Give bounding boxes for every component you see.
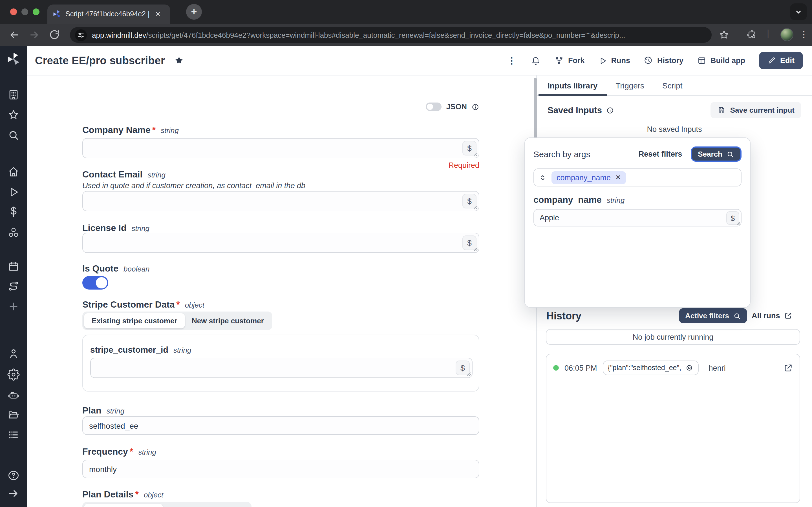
back-button[interactable] <box>8 29 20 41</box>
job-args-chip[interactable]: {"plan":"selfhosted_ee",... <box>603 360 699 375</box>
info-icon <box>606 106 614 114</box>
contact-email-description: Used in quote and if customer creation, … <box>82 181 305 190</box>
remove-chip-icon[interactable]: ✕ <box>615 173 621 181</box>
window-zoom-button[interactable] <box>33 8 40 15</box>
sidebar-resources-cubes-icon[interactable] <box>7 226 20 239</box>
plan-details-active-segment[interactable] <box>84 504 163 507</box>
resize-handle-icon[interactable] <box>466 372 471 376</box>
company-name-input[interactable]: $ <box>82 138 479 158</box>
plan-details-label-row: Plan Details* object <box>82 490 163 500</box>
sidebar-help-icon[interactable] <box>7 469 20 482</box>
profile-avatar[interactable] <box>780 28 794 41</box>
field-label: License Id <box>82 223 126 233</box>
json-info-icon[interactable] <box>471 103 479 111</box>
resize-handle-icon[interactable] <box>473 152 477 157</box>
history-card: 06:05 PM {"plan":"selfhosted_ee",... hen… <box>546 354 800 503</box>
more-options-kebab-icon[interactable]: ⋮ <box>506 55 517 66</box>
field-type: string <box>161 126 179 135</box>
sidebar-workspace-building-icon[interactable] <box>7 89 20 101</box>
stripe-customer-id-input[interactable]: $ <box>90 358 472 378</box>
sidebar-search-icon[interactable] <box>7 129 20 142</box>
resize-handle-icon[interactable] <box>736 221 741 225</box>
bookmark-star-icon[interactable] <box>718 29 730 41</box>
active-filters-button[interactable]: Active filters <box>679 308 747 323</box>
browser-tab[interactable]: Script 476f1bdce46b94e2 | W ✕ <box>47 4 170 24</box>
resize-handle-icon[interactable] <box>473 247 477 251</box>
page-title: Create EE/pro subscriber <box>35 54 165 67</box>
sidebar-logs-list-icon[interactable] <box>7 429 20 441</box>
new-tab-button[interactable]: + <box>186 4 202 20</box>
job-row[interactable]: 06:05 PM {"plan":"selfhosted_ee",... hen… <box>546 354 800 381</box>
plan-label-row: Plan string <box>82 406 124 416</box>
windmill-logo[interactable] <box>6 52 21 66</box>
job-args-preview: {"plan":"selfhosted_ee",... <box>608 364 681 372</box>
runs-label: Runs <box>611 56 630 65</box>
reload-button[interactable] <box>49 29 61 41</box>
json-toggle[interactable] <box>426 103 442 111</box>
license-id-input[interactable]: $ <box>82 233 479 253</box>
favorite-star-icon[interactable] <box>174 55 185 66</box>
sidebar-workers-robot-icon[interactable] <box>7 389 20 401</box>
sidebar-create-plus-icon[interactable] <box>7 300 20 313</box>
window-minimize-button[interactable] <box>21 8 28 15</box>
fork-button[interactable]: Fork <box>555 56 585 65</box>
sidebar-folders-icon[interactable] <box>7 408 20 421</box>
tab-triggers[interactable]: Triggers <box>606 75 653 96</box>
save-current-input-button[interactable]: Save current input <box>711 102 801 118</box>
plan-input[interactable]: selfhosted_ee <box>82 416 479 435</box>
tab-search-button[interactable] <box>790 3 807 20</box>
sidebar-schedules-calendar-icon[interactable] <box>7 260 20 273</box>
sidebar-flows-route-icon[interactable] <box>7 280 20 292</box>
sidebar-runs-play-icon[interactable] <box>7 186 20 198</box>
sort-chevrons-icon <box>539 173 547 182</box>
sidebar-home-icon[interactable] <box>7 166 20 178</box>
sidebar-favorites-star-icon[interactable] <box>7 109 20 121</box>
tab-script[interactable]: Script <box>653 75 692 96</box>
required-error-text: Required <box>448 161 479 170</box>
arg-value-input[interactable]: Apple $ <box>534 209 742 226</box>
arg-field-label: company_name <box>534 195 602 205</box>
tab-close-icon[interactable]: ✕ <box>155 10 161 18</box>
stripe-customer-data-label-row: Stripe Customer Data* object <box>82 300 204 310</box>
tab-new-stripe-customer[interactable]: New stripe customer <box>185 313 271 328</box>
field-type: string <box>132 224 150 233</box>
contact-email-input[interactable]: $ <box>82 191 479 211</box>
all-runs-link[interactable]: All runs <box>752 312 793 320</box>
is-quote-toggle[interactable] <box>82 276 108 290</box>
build-app-button[interactable]: Build app <box>697 56 745 65</box>
search-button[interactable]: Search <box>691 147 742 162</box>
history-label: History <box>657 56 683 65</box>
open-job-external-link[interactable] <box>783 363 793 373</box>
reset-filters-button[interactable]: Reset filters <box>639 150 682 158</box>
runs-button[interactable]: Runs <box>598 56 630 65</box>
fork-icon <box>555 56 564 65</box>
sidebar-user-icon[interactable] <box>7 348 20 360</box>
extensions-puzzle-icon[interactable] <box>747 29 758 41</box>
selected-arg-chip[interactable]: company_name ✕ <box>552 171 626 184</box>
args-key-select[interactable]: company_name ✕ <box>534 168 742 186</box>
history-button[interactable]: History <box>644 56 683 65</box>
tab-existing-stripe-customer[interactable]: Existing stripe customer <box>84 313 185 328</box>
plan-details-segmented-control[interactable] <box>82 502 252 507</box>
tab-title: Script 476f1bdce46b94e2 | W <box>65 10 151 18</box>
eye-icon[interactable] <box>685 363 694 372</box>
frequency-input[interactable]: monthly <box>82 460 479 478</box>
field-type: boolean <box>123 265 150 273</box>
sidebar-settings-gear-icon[interactable] <box>7 369 20 381</box>
url-bar[interactable]: app.windmill.dev/scripts/get/476f1bdce46… <box>70 27 712 43</box>
job-user: henri <box>709 363 726 372</box>
browser-menu-kebab-icon[interactable]: ⋮ <box>800 29 806 41</box>
site-settings-icon[interactable] <box>75 29 87 41</box>
tab-inputs-library[interactable]: Inputs library <box>539 75 606 96</box>
sidebar-collapse-arrow-icon[interactable] <box>7 487 20 500</box>
sidebar-billing-dollar-icon[interactable] <box>7 206 20 218</box>
forward-button[interactable] <box>28 29 41 41</box>
required-mark: * <box>130 447 133 457</box>
screen: Script 476f1bdce46b94e2 | W ✕ + app.wind… <box>0 0 812 507</box>
resize-handle-icon[interactable] <box>473 205 477 210</box>
window-close-button[interactable] <box>10 8 17 15</box>
url-host: app.windmill.dev <box>92 31 146 39</box>
notifications-bell-icon[interactable] <box>531 55 541 66</box>
chevron-down-icon <box>794 7 803 16</box>
edit-button[interactable]: Edit <box>759 52 803 69</box>
